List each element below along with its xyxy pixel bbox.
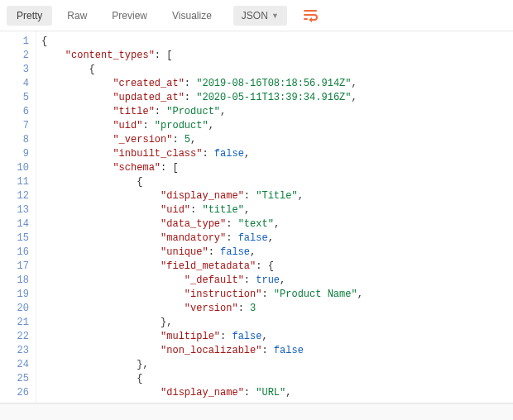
wrap-icon [304, 9, 319, 22]
code-line: "non_localizable": false [41, 344, 513, 358]
code-line: "inbuilt_class": false, [41, 147, 513, 161]
wrap-lines-button[interactable] [299, 6, 324, 26]
code-line: "title": "Product", [41, 105, 513, 119]
code-line: "_default": true, [41, 274, 513, 288]
line-number-gutter: 1234567891011121314151617181920212223242… [0, 31, 36, 403]
line-number: 22 [0, 330, 29, 344]
line-number: 14 [0, 217, 29, 231]
code-line: "display_name": "URL", [41, 386, 513, 400]
line-number: 15 [0, 231, 29, 246]
line-number: 19 [0, 288, 29, 302]
code-line: "field_metadata": { [41, 260, 513, 274]
tab-pretty[interactable]: Pretty [7, 6, 52, 26]
line-number: 9 [0, 147, 29, 161]
code-line: "created_at": "2019-08-16T08:18:56.914Z"… [41, 77, 513, 91]
code-line: { [41, 372, 513, 386]
tab-raw[interactable]: Raw [57, 6, 97, 26]
line-number: 24 [0, 358, 29, 372]
code-line: "uid": "product", [41, 119, 513, 133]
json-code-content[interactable]: { "content_types": [ { "created_at": "20… [36, 31, 513, 403]
format-dropdown[interactable]: JSON ▼ [233, 6, 287, 26]
line-number: 2 [0, 49, 29, 63]
code-line: "content_types": [ [41, 49, 513, 63]
line-number: 8 [0, 133, 29, 147]
line-number: 12 [0, 189, 29, 203]
code-line: "data_type": "text", [41, 217, 513, 231]
line-number: 26 [0, 386, 29, 400]
line-number: 20 [0, 302, 29, 316]
code-line: { [41, 175, 513, 189]
code-line: "multiple": false, [41, 330, 513, 344]
code-line: }, [41, 358, 513, 372]
code-line: { [41, 35, 513, 49]
line-number: 23 [0, 344, 29, 358]
line-number: 21 [0, 316, 29, 330]
line-number: 18 [0, 274, 29, 288]
format-dropdown-label: JSON [242, 10, 268, 21]
tab-preview[interactable]: Preview [102, 6, 157, 26]
line-number: 25 [0, 372, 29, 386]
code-line: "instruction": "Product Name", [41, 288, 513, 302]
chevron-down-icon: ▼ [271, 12, 279, 20]
line-number: 5 [0, 91, 29, 105]
code-line: "schema": [ [41, 161, 513, 175]
status-footer [0, 403, 513, 420]
response-view-toolbar: Pretty Raw Preview Visualize JSON ▼ [0, 0, 513, 31]
line-number: 7 [0, 119, 29, 133]
tab-visualize[interactable]: Visualize [162, 6, 222, 26]
line-number: 10 [0, 161, 29, 175]
code-line: "version": 3 [41, 302, 513, 316]
code-line: }, [41, 316, 513, 330]
code-line: "updated_at": "2020-05-11T13:39:34.916Z"… [41, 91, 513, 105]
line-number: 3 [0, 63, 29, 77]
code-line: "uid": "title", [41, 203, 513, 217]
code-line: { [41, 63, 513, 77]
code-line: "mandatory": false, [41, 231, 513, 246]
line-number: 4 [0, 77, 29, 91]
response-body-viewer: 1234567891011121314151617181920212223242… [0, 31, 513, 403]
line-number: 11 [0, 175, 29, 189]
line-number: 13 [0, 203, 29, 217]
line-number: 6 [0, 105, 29, 119]
code-line: "display_name": "Title", [41, 189, 513, 203]
line-number: 16 [0, 246, 29, 260]
code-line: "unique": false, [41, 246, 513, 260]
code-line: "_version": 5, [41, 133, 513, 147]
line-number: 1 [0, 35, 29, 49]
line-number: 17 [0, 260, 29, 274]
